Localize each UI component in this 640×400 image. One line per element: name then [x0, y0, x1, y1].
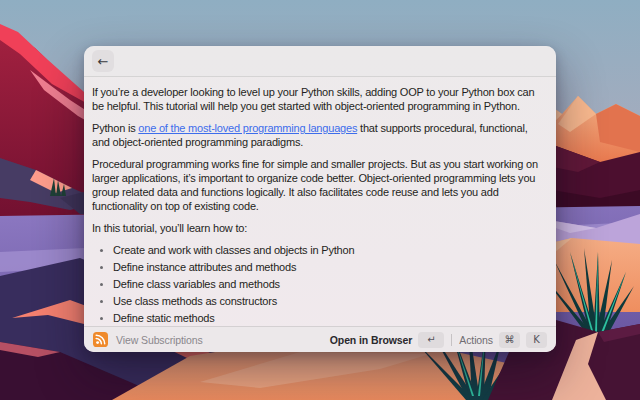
article-paragraph: If you’re a developer looking to level u…	[92, 85, 548, 113]
article-link[interactable]: one of the most-loved programming langua…	[138, 122, 357, 134]
back-button[interactable]: ←	[92, 50, 114, 72]
learning-goals-list: Create and work with classes and objects…	[92, 243, 548, 325]
k-key-badge: K	[526, 332, 547, 348]
rss-icon	[93, 332, 108, 347]
article-paragraph: Python is one of the most-loved programm…	[92, 121, 548, 149]
list-item: Use class methods as constructors	[113, 294, 548, 308]
window-header: ←	[84, 46, 556, 77]
back-arrow-icon: ←	[98, 55, 109, 68]
list-item: Define static methods	[113, 311, 548, 325]
enter-key-badge: ↵	[418, 332, 444, 348]
cmd-key-badge: ⌘	[499, 332, 520, 348]
list-item: Create and work with classes and objects…	[113, 243, 548, 257]
action-bar: View Subscriptions Open in Browser ↵ Act…	[84, 326, 556, 352]
footer-right: Open in Browser ↵ Actions ⌘ K	[330, 332, 547, 348]
list-item: Define instance attributes and methods	[113, 260, 548, 274]
view-subscriptions-label: View Subscriptions	[116, 334, 203, 346]
rss-reader-window: ← If you’re a developer looking to level…	[84, 46, 556, 352]
open-in-browser-button[interactable]: Open in Browser ↵	[330, 332, 445, 348]
actions-label: Actions	[459, 334, 493, 346]
article-content: If you’re a developer looking to level u…	[84, 77, 556, 326]
article-paragraph: In this tutorial, you’ll learn how to:	[92, 221, 548, 235]
desktop: ← If you’re a developer looking to level…	[0, 0, 640, 400]
footer-left: View Subscriptions	[93, 332, 203, 347]
footer-separator	[451, 334, 452, 346]
paragraph-text: Python is	[92, 122, 138, 134]
actions-button[interactable]: Actions ⌘ K	[459, 332, 547, 348]
list-item: Define class variables and methods	[113, 277, 548, 291]
open-in-browser-label: Open in Browser	[330, 334, 413, 346]
article-paragraph: Procedural programming works fine for si…	[92, 157, 548, 213]
